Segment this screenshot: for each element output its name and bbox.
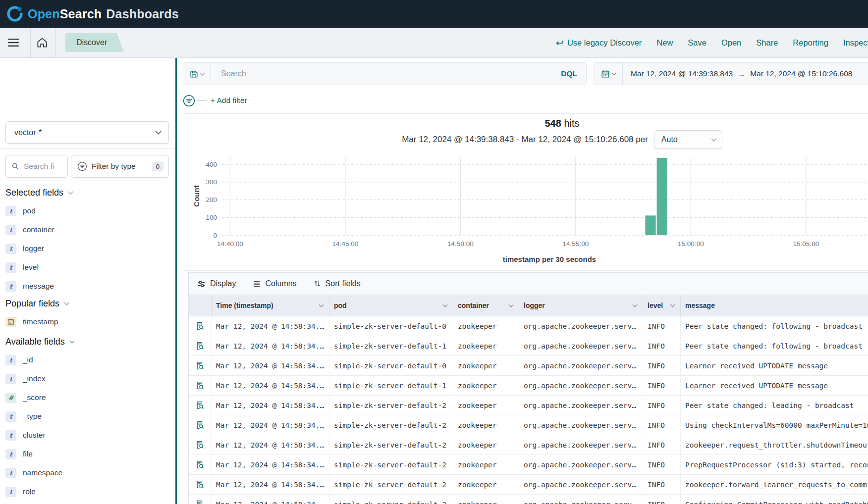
field-item-level[interactable]: tlevel xyxy=(0,258,175,277)
nav-action-inspect[interactable]: Inspect xyxy=(843,38,868,48)
calendar-button[interactable] xyxy=(594,63,623,85)
sort-fields-button[interactable]: Sort fields xyxy=(314,279,361,288)
field-item-container[interactable]: tcontainer xyxy=(0,220,175,239)
table-row: Mar 12, 2024 @ 14:58:34.…simple-zk-serve… xyxy=(189,455,868,475)
column-label: container xyxy=(458,302,489,309)
cell-container: zookeeper xyxy=(453,376,519,395)
field-name: level xyxy=(23,263,39,272)
expand-document-button[interactable] xyxy=(189,396,212,415)
field-type-text-badge: t xyxy=(5,449,16,459)
expand-document-button[interactable] xyxy=(189,356,212,375)
nav-action-share[interactable]: Share xyxy=(756,38,778,48)
columns-button[interactable]: Columns xyxy=(253,279,296,288)
filter-icon[interactable] xyxy=(183,95,195,107)
field-name: role xyxy=(23,487,36,496)
x-axis-tick-label: 14:45:00 xyxy=(332,240,359,248)
index-pattern-select[interactable]: vector-* xyxy=(5,121,169,144)
field-type-text-badge: t xyxy=(5,411,16,422)
field-item-type[interactable]: t_type xyxy=(0,407,175,426)
column-header-pod[interactable]: pod xyxy=(329,295,453,316)
table-row: Mar 12, 2024 @ 14:58:34.…simple-zk-serve… xyxy=(189,475,868,495)
column-header-logger[interactable]: logger xyxy=(519,295,643,316)
sort-chevron-icon[interactable] xyxy=(319,302,324,307)
section-available-fields[interactable]: Available fields xyxy=(5,335,74,349)
nav-action-reporting[interactable]: Reporting xyxy=(793,38,828,48)
field-item-namespace[interactable]: tnamespace xyxy=(0,463,175,482)
field-item-message[interactable]: tmessage xyxy=(0,277,175,296)
column-header-container[interactable]: container xyxy=(453,295,519,316)
date-to[interactable]: Mar 12, 2024 @ 15:10:26.608 xyxy=(750,69,852,78)
sort-chevron-icon[interactable] xyxy=(509,302,514,307)
column-header-message[interactable]: message xyxy=(681,295,868,316)
expand-document-button[interactable] xyxy=(189,435,212,454)
search-bar[interactable]: Search DQL xyxy=(183,62,587,85)
field-item-logger[interactable]: tlogger xyxy=(0,239,175,258)
field-item-score[interactable]: #_score xyxy=(0,388,175,407)
cell-pod: simple-zk-server-default-1 xyxy=(329,376,453,395)
search-input[interactable]: Search xyxy=(221,69,561,78)
column-label: message xyxy=(685,302,715,309)
query-language-button[interactable]: DQL xyxy=(561,69,577,78)
sliders-icon xyxy=(197,280,206,288)
expand-document-button[interactable] xyxy=(189,455,212,474)
section-selected-fields[interactable]: Selected fields xyxy=(5,186,72,200)
expand-document-button[interactable] xyxy=(189,336,212,355)
field-item-pod[interactable]: tpod xyxy=(0,202,175,220)
cell-logger: org.apache.zookeeper.serv… xyxy=(519,415,643,435)
cell-level: INFO xyxy=(643,415,681,435)
field-type-text-badge: t xyxy=(5,468,16,478)
field-item-cluster[interactable]: tcluster xyxy=(0,426,175,445)
hits-number: 548 xyxy=(544,118,561,129)
home-button[interactable] xyxy=(36,36,49,49)
inspect-document-icon xyxy=(196,401,204,409)
date-picker[interactable]: Mar 12, 2024 @ 14:39:38.843 → Mar 12, 20… xyxy=(594,62,868,85)
nav-action-use-legacy-discover[interactable]: ↩Use legacy Discover xyxy=(556,38,642,48)
interval-select[interactable]: Auto xyxy=(654,130,722,149)
cell-pod: simple-zk-server-default-2 xyxy=(329,475,453,494)
section-field-list: timestamp xyxy=(0,312,175,331)
add-filter-button[interactable]: + Add filter xyxy=(211,96,247,105)
field-item-file[interactable]: tfile xyxy=(0,445,175,463)
histogram-bar[interactable] xyxy=(657,158,667,235)
menu-button[interactable] xyxy=(7,37,20,49)
field-item-id[interactable]: t_id xyxy=(0,351,175,369)
column-header-level[interactable]: level xyxy=(643,295,681,316)
expand-document-button[interactable] xyxy=(189,376,212,395)
table-row: Mar 12, 2024 @ 14:58:34.…simple-zk-serve… xyxy=(189,336,868,356)
nav-action-open[interactable]: Open xyxy=(721,38,741,48)
expand-document-button[interactable] xyxy=(189,495,212,504)
nav-action-new[interactable]: New xyxy=(656,38,673,48)
field-type-number-badge: # xyxy=(5,393,16,403)
app-title: OpenSearchDashboards xyxy=(28,7,179,21)
x-axis-tick-label: 14:50:00 xyxy=(447,240,474,248)
saved-queries-button[interactable] xyxy=(183,63,211,85)
date-from[interactable]: Mar 12, 2024 @ 14:39:38.843 xyxy=(631,69,733,78)
expand-document-button[interactable] xyxy=(189,316,212,336)
field-item-timestamp[interactable]: timestamp xyxy=(0,312,175,331)
expand-document-button[interactable] xyxy=(189,415,212,435)
nav-action-save[interactable]: Save xyxy=(688,38,706,48)
cell-message: Peer state changed: leading - broadcast xyxy=(681,396,868,415)
arrow-right-icon: → xyxy=(738,70,745,78)
field-search-input[interactable]: Search fi xyxy=(5,155,68,178)
section-popular-fields[interactable]: Popular fields xyxy=(5,297,68,310)
field-item-role[interactable]: trole xyxy=(0,482,175,501)
field-item-index[interactable]: t_index xyxy=(0,369,175,388)
histogram-bar[interactable] xyxy=(645,215,655,235)
filter-count-badge: 0 xyxy=(152,162,163,171)
sort-chevron-icon[interactable] xyxy=(670,302,675,307)
cell-container: zookeeper xyxy=(453,336,519,355)
column-label: logger xyxy=(524,302,545,309)
breadcrumb-discover[interactable]: Discover xyxy=(65,33,124,52)
search-icon xyxy=(11,162,19,170)
field-type-text-badge: t xyxy=(5,430,16,441)
sort-chevron-icon[interactable] xyxy=(443,302,448,307)
display-button[interactable]: Display xyxy=(197,279,236,288)
chevron-down-icon xyxy=(64,301,69,305)
filter-by-type-button[interactable]: Filter by type 0 xyxy=(71,155,169,178)
inspect-document-icon xyxy=(196,342,204,350)
expand-document-button[interactable] xyxy=(189,475,212,494)
column-header-time-timestamp[interactable]: Time (timestamp) xyxy=(212,295,329,316)
sort-chevron-icon[interactable] xyxy=(633,302,638,307)
cell-pod: simple-zk-server-default-2 xyxy=(329,415,453,435)
